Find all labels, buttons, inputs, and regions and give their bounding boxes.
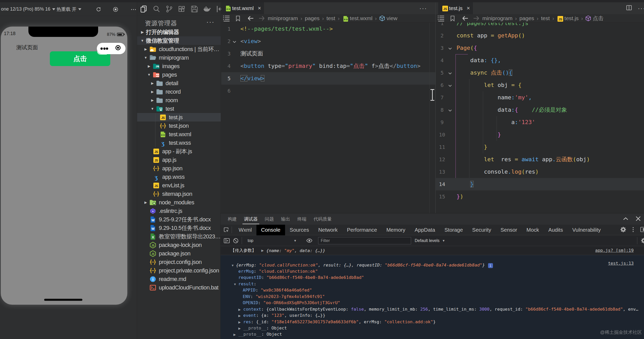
panel-tab-代码质量[interactable]: 代码质量 <box>314 213 332 225</box>
search-icon[interactable] <box>153 5 160 13</box>
console-object-row[interactable]: APPID: "wx0c386f46a46a6fed" <box>221 288 644 294</box>
tree-item-record[interactable]: ▶record <box>137 87 221 96</box>
expand-arrow-icon[interactable]: ▼ <box>233 282 237 286</box>
context-selector[interactable]: top▼ <box>248 238 297 243</box>
tree-item--[interactable]: ▶打开的编辑器 <box>137 28 221 36</box>
devtools-dock-icon[interactable] <box>640 227 644 233</box>
panel-tab-构建[interactable]: 构建 <box>228 213 237 225</box>
expand-arrow-icon[interactable]: ▶ <box>261 249 264 252</box>
docker-icon[interactable] <box>203 5 211 13</box>
devtools-tab-Mock[interactable]: Mock <box>522 225 544 235</box>
tree-item-miniprogram[interactable]: ▼miniprogram <box>137 53 221 62</box>
more-icon[interactable] <box>131 3 136 16</box>
extensions-icon[interactable] <box>178 5 186 13</box>
refresh-icon[interactable] <box>96 3 101 16</box>
tree-item-9.29-10.5-.docx[interactable]: W9.29-10.5任务书.docx <box>137 224 221 232</box>
console-object-row[interactable]: ▶__proto__: Object <box>221 326 644 332</box>
code-editor[interactable]: 1<!--pages/test/test.wxml-->2<view>3测试页面… <box>221 23 435 213</box>
panel-tab-输出[interactable]: 输出 <box>281 213 290 225</box>
outline-icon[interactable] <box>223 15 230 22</box>
capsule-menu[interactable] <box>97 43 125 54</box>
console-object-row[interactable]: errMsg: "cloud.callFunction:ok" <box>221 269 644 275</box>
devtools-tab-Vulnerability[interactable]: Vulnerability <box>568 225 605 235</box>
devtools-tab-Sensor[interactable]: Sensor <box>496 225 522 235</box>
capsule-close-icon[interactable] <box>115 45 121 50</box>
split-editor-icon[interactable] <box>626 5 632 11</box>
tab-close-icon[interactable]: × <box>258 5 261 12</box>
close-panel-icon[interactable] <box>635 216 641 222</box>
tree-item-app.wxss[interactable]: ʒapp.wxss <box>137 173 221 181</box>
fold-icon[interactable] <box>233 39 236 44</box>
console-object-row[interactable]: ▼{errMsg: "cloud.callFunction:ok", resul… <box>221 263 644 269</box>
tree-item-test[interactable]: ▼test <box>137 104 221 113</box>
info-badge-icon[interactable]: i <box>488 263 493 268</box>
breadcrumb-item[interactable]: pages <box>305 15 319 21</box>
tree-item-package-lock.json[interactable]: JSpackage-lock.json <box>137 241 221 249</box>
nav-forward-icon[interactable] <box>258 15 265 22</box>
console-object-row[interactable]: ▶event: {a: "123", userInfo: {…}} <box>221 313 644 319</box>
log-levels-selector[interactable]: Default levels▼ <box>415 238 445 243</box>
tree-item-cloudfunctions-[interactable]: ▶cloudfunctions | 当前环境… <box>137 45 221 53</box>
tab-close-icon[interactable]: × <box>467 5 470 12</box>
editor-more-icon[interactable]: ··· <box>638 5 644 12</box>
hot-reload-toggle[interactable]: 热重载 开 <box>57 2 81 16</box>
console-object-row[interactable]: requestID: "b66d86cf-f540-4be0-8a74-aded… <box>221 275 644 281</box>
tree-item-project.config.json[interactable]: project.config.json <box>137 258 221 266</box>
breadcrumb-item[interactable]: miniprogram <box>482 15 513 21</box>
expand-arrow-icon[interactable]: ▶ <box>238 320 241 324</box>
devtools-kebab-icon[interactable] <box>632 227 634 233</box>
tree-item-envList.js[interactable]: JSenvList.js <box>137 181 221 190</box>
console-object-row[interactable]: ▶context: {callbackWaitsForEmptyEventLoo… <box>221 307 644 313</box>
editor-tab-test.wxml[interactable]: test.wxml× <box>221 2 264 14</box>
breadcrumb-item[interactable]: test.wxml <box>350 15 373 21</box>
devtools-tab-AppData[interactable]: AppData <box>410 225 440 235</box>
console-object-row[interactable]: ▶res: {_id: "f18e14fa652273e301757a9a663… <box>221 319 644 326</box>
code-editor[interactable]: 1// pages/test/test.js2const app = getAp… <box>436 23 644 213</box>
panel-tab-终端[interactable]: 终端 <box>297 213 307 225</box>
devtools-tab-Network[interactable]: Network <box>314 225 342 235</box>
expand-arrow-icon[interactable]: ▶ <box>233 333 236 336</box>
fold-icon[interactable] <box>448 71 452 76</box>
tree-item-test.js[interactable]: JStest.js <box>137 113 221 122</box>
devtools-tab-Security[interactable]: Security <box>468 225 496 235</box>
console-clear-icon[interactable] <box>233 238 239 244</box>
console-object-row[interactable]: OPENID: "oo-OR66xdXSq8Pn5JD6otjT3GvrU" <box>221 300 644 306</box>
expand-arrow-icon[interactable]: ▶ <box>238 308 241 311</box>
nav-back-icon[interactable] <box>247 15 254 22</box>
source-control-icon[interactable] <box>165 5 173 13</box>
breadcrumb-item[interactable]: test <box>326 15 335 21</box>
editor-more-icon[interactable]: ··· <box>419 5 427 12</box>
eye-icon[interactable] <box>306 238 312 243</box>
breadcrumb-item[interactable]: miniprogram <box>268 15 298 21</box>
tree-item-room[interactable]: ▶room <box>137 96 221 104</box>
tree-item-package.json[interactable]: JSpackage.json <box>137 249 221 258</box>
devtools-tab-Audits[interactable]: Audits <box>544 225 568 235</box>
tree-item--2023_1-[interactable]: X教室管理数据导出2023_1… <box>137 232 221 241</box>
console-object-row[interactable]: ▼result: <box>221 281 644 288</box>
devtools-tab-Wxml[interactable]: Wxml <box>234 225 256 235</box>
tree-item-project.private.config.json[interactable]: project.private.config.json <box>137 266 221 275</box>
devtools-tab-Performance[interactable]: Performance <box>342 225 382 235</box>
tree-item-test.wxml[interactable]: test.wxml <box>137 130 221 139</box>
console-settings-icon[interactable] <box>641 238 644 245</box>
console-object-row[interactable]: ENV: "wish2023-7gfmx4ole594fc91" <box>221 294 644 300</box>
nav-forward-icon[interactable] <box>473 15 480 22</box>
bookmark-icon[interactable] <box>235 15 240 21</box>
expand-arrow-icon[interactable]: ▼ <box>231 264 234 267</box>
editor-tab-test.js[interactable]: JStest.js× <box>438 2 473 14</box>
tree-item-app.js[interactable]: JSapp.js <box>137 156 221 164</box>
breadcrumb-item[interactable]: test <box>541 15 550 21</box>
files-icon[interactable] <box>140 5 148 13</box>
explorer-more-icon[interactable]: ··· <box>206 18 215 26</box>
tree-item-uploadCloudFunction.bat[interactable]: uploadCloudFunction.bat <box>137 283 221 292</box>
tree-item-sitemap.json[interactable]: sitemap.json <box>137 190 221 198</box>
tree-item-images[interactable]: ▶images <box>137 62 221 70</box>
devtools-tab-Console[interactable]: Console <box>256 225 285 235</box>
fold-icon[interactable] <box>448 46 452 51</box>
tree-item-detail[interactable]: ▶detail <box>137 79 221 87</box>
device-selector[interactable]: one 12/13 (Pro) 85% 16 <box>1 2 55 16</box>
filter-input[interactable]: Filter <box>318 237 411 244</box>
devtools-tab-Storage[interactable]: Storage <box>440 225 467 235</box>
save-icon[interactable] <box>191 5 198 13</box>
expand-arrow-icon[interactable]: ▶ <box>238 314 241 318</box>
